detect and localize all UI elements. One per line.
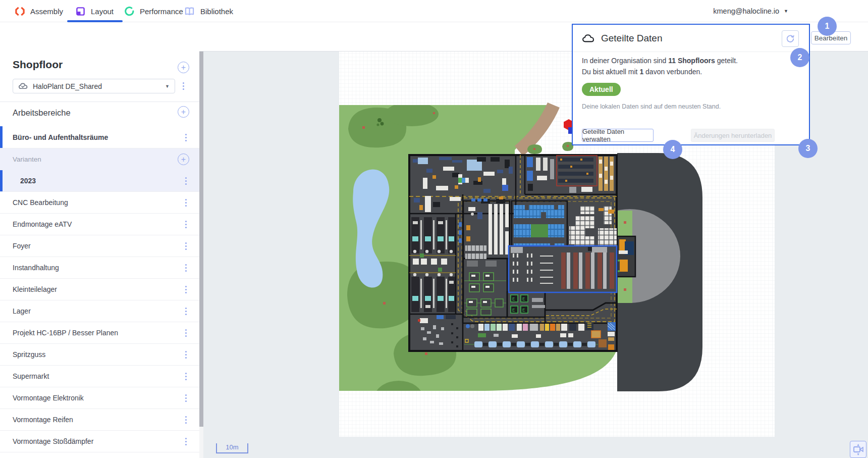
shopfloor-kebab-icon[interactable]	[180, 82, 187, 90]
tab-layout[interactable]: Layout	[76, 0, 114, 22]
sidebar-item-area[interactable]: Vormontage Reifen	[0, 409, 199, 431]
factory-building[interactable]: EE EE	[409, 155, 617, 351]
sidebar-item-label: Foyer	[13, 242, 31, 250]
kebab-menu-icon[interactable]	[182, 264, 189, 272]
annotation-badge-1: 1	[818, 17, 837, 36]
sidebar-item-area[interactable]: Foyer	[0, 235, 199, 257]
sidebar-item-area[interactable]: Instandhaltung	[0, 257, 199, 279]
selected-room[interactable]	[509, 246, 617, 292]
top-navigation-bar: Assembly Layout Performance Bibliothek k…	[0, 0, 868, 22]
tab-label: Performance	[140, 7, 183, 16]
sidebar-item-label: Projekt HC-16BP / Besser Planen	[13, 329, 118, 337]
popup-line2: Du bist aktuell mit 1 davon verbunden.	[582, 68, 702, 76]
sidebar: Shopfloor + HaloPlant DE_Shared ▼ Arbeit…	[0, 52, 199, 458]
sidebar-item-area[interactable]: Spritzguss	[0, 344, 199, 366]
chevron-down-icon: ▼	[165, 84, 170, 89]
annex-building	[617, 236, 635, 277]
sidebar-item-area[interactable]: Kleinteilelager	[0, 279, 199, 300]
scrollbar-thumb[interactable]	[199, 52, 203, 427]
map-scale: 10m	[216, 443, 248, 453]
sidebar-item-area[interactable]: Lager	[0, 300, 199, 322]
add-area-button[interactable]: +	[178, 106, 189, 118]
shared-data-popup: Geteilte Daten In deiner Organisation si…	[572, 24, 810, 145]
area-list: CNC Bearbeitung Endmontage eATV Foyer In…	[0, 192, 199, 452]
sidebar-item-area[interactable]: Projekt HC-16BP / Besser Planen	[0, 322, 199, 344]
sidebar-item-label: Supermarkt	[13, 372, 49, 380]
kebab-menu-icon[interactable]	[182, 242, 189, 250]
performance-icon	[125, 7, 134, 16]
sidebar-item-area[interactable]: CNC Bearbeitung	[0, 192, 199, 214]
shopfloor-heading: Shopfloor	[13, 59, 63, 71]
variant-label: 2023	[20, 177, 36, 185]
sidebar-item-label: Endmontage eATV	[13, 220, 72, 228]
popup-title: Geteilte Daten	[601, 33, 662, 44]
kebab-menu-icon[interactable]	[182, 198, 189, 207]
shopfloor-select[interactable]: HaloPlant DE_Shared ▼	[13, 79, 175, 93]
sidebar-item-area[interactable]: Supermarkt	[0, 366, 199, 387]
cloud-icon	[582, 33, 595, 43]
sidebar-item-label: Vormontage Reifen	[13, 416, 73, 424]
areas-heading: Arbeitsbereiche	[13, 108, 71, 118]
assembly-icon	[15, 7, 25, 16]
kebab-menu-icon[interactable]	[182, 307, 189, 315]
status-text: Deine lokalen Daten sind auf dem neusten…	[582, 103, 721, 110]
sidebar-item-label: Vormontage Elektronik	[13, 394, 84, 402]
kebab-menu-icon[interactable]	[182, 285, 189, 293]
kebab-menu-icon[interactable]	[182, 177, 189, 185]
sidebar-item-area[interactable]: Endmontage eATV	[0, 214, 199, 235]
kebab-menu-icon[interactable]	[182, 437, 189, 445]
sidebar-item-area[interactable]: Vormontage Stoßdämpfer	[0, 431, 199, 452]
user-email: kmeng@halocline.io	[713, 7, 779, 15]
refresh-button[interactable]	[782, 30, 799, 47]
download-changes-button[interactable]: Änderungen herunterladen	[691, 129, 775, 142]
sidebar-item-label: Spritzguss	[13, 350, 45, 359]
sidebar-item-variant-2023[interactable]: 2023	[0, 170, 199, 192]
tab-assembly[interactable]: Assembly	[15, 0, 63, 22]
tab-bibliothek[interactable]: Bibliothek	[184, 0, 233, 22]
sidebar-scrollbar[interactable]	[199, 52, 203, 458]
popup-line1: In deiner Organisation sind 11 Shopfloor…	[582, 57, 738, 65]
tab-label: Assembly	[30, 7, 63, 16]
sidebar-item-label: Lager	[13, 307, 31, 315]
manage-shared-data-button[interactable]: Geteilte Daten verwalten	[582, 129, 654, 142]
annotation-badge-2: 2	[790, 48, 809, 67]
add-shopfloor-button[interactable]: +	[178, 62, 189, 73]
kebab-menu-icon[interactable]	[182, 329, 189, 337]
shopfloor-selected-value: HaloPlant DE_Shared	[33, 82, 102, 90]
annotation-badge-4: 4	[663, 140, 682, 159]
camera-icon	[853, 446, 863, 453]
user-menu[interactable]: kmeng@halocline.io ▼	[713, 0, 788, 22]
selection-bar	[0, 170, 3, 191]
kebab-menu-icon[interactable]	[182, 416, 189, 424]
svg-text:E: E	[512, 308, 515, 313]
sidebar-item-label: Kleinteilelager	[13, 285, 57, 293]
kebab-menu-icon[interactable]	[182, 394, 189, 402]
popup-header: Geteilte Daten	[573, 25, 809, 52]
sidebar-item-selected-area[interactable]: Büro- und Aufenthaltsräume	[0, 126, 199, 148]
layout-icon	[76, 7, 85, 16]
active-tab-underline	[67, 20, 123, 22]
tab-performance[interactable]: Performance	[125, 0, 183, 22]
sidebar-item-label: Büro- und Aufenthaltsräume	[13, 133, 108, 141]
tab-label: Bibliothek	[200, 7, 233, 16]
chevron-down-icon: ▼	[784, 9, 788, 14]
kebab-menu-icon[interactable]	[182, 220, 189, 228]
kebab-menu-icon[interactable]	[182, 350, 189, 359]
kebab-menu-icon[interactable]	[182, 372, 189, 380]
selection-bar	[0, 126, 3, 148]
variants-label: Varianten	[13, 156, 41, 163]
cloud-check-icon	[18, 82, 28, 90]
annotation-badge-3: 3	[798, 139, 818, 158]
svg-text:E: E	[522, 297, 525, 302]
scale-label: 10m	[217, 443, 247, 451]
svg-text:E: E	[522, 308, 525, 313]
sidebar-item-area[interactable]: Vormontage Elektronik	[0, 387, 199, 409]
camera-view-button[interactable]: ▲ ▼	[850, 441, 866, 458]
sidebar-item-label: CNC Bearbeitung	[13, 198, 68, 207]
edit-label: Bearbeiten	[815, 34, 847, 42]
add-variant-button[interactable]: +	[178, 154, 189, 165]
tab-label: Layout	[91, 7, 114, 16]
kebab-menu-icon[interactable]	[182, 133, 189, 141]
divider	[0, 101, 199, 102]
manage-label: Geteilte Daten verwalten	[582, 128, 653, 143]
